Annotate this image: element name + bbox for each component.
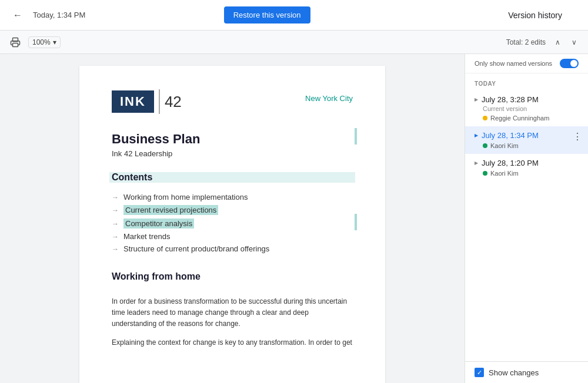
named-versions-toggle[interactable] [560, 59, 579, 68]
highlight-strip-2 [355, 214, 357, 230]
business-plan-title: Business Plan [112, 132, 353, 147]
version-section-today: TODAY [465, 78, 588, 90]
version-history-header-label: Version history [508, 11, 562, 20]
user-name-2: Kaori Kim [490, 142, 519, 149]
nav-arrows: ∧ ∨ [550, 35, 581, 49]
zoom-control[interactable]: 100% ▾ [28, 36, 61, 48]
version-item-header-3: ▶ July 28, 1:20 PM [475, 159, 579, 167]
version-item-1[interactable]: ▶ July 28, 3:28 PM Current version Reggi… [465, 90, 588, 126]
collapse-triangle-3: ▶ [475, 160, 478, 166]
total-edits: Total: 2 edits [506, 38, 546, 46]
version-item-header-2: ▶ July 28, 1:34 PM [475, 131, 579, 140]
restore-button[interactable]: Restore this version [224, 6, 310, 23]
version-sub-1: Current version [475, 105, 579, 112]
list-item: → Current revised projections [112, 203, 353, 217]
logo-divider [159, 89, 160, 114]
version-more-button-2[interactable]: ⋮ [573, 131, 582, 142]
contents-heading: Contents [112, 172, 353, 183]
version-user-row-3: Kaori Kim [475, 170, 579, 177]
user-name-1: Reggie Cunningham [490, 115, 549, 122]
list-item-text: Working from home implementations [123, 193, 248, 201]
logo-area: INK 42 [112, 89, 182, 114]
top-bar: ← Today, 1:34 PM Restore this version Ve… [0, 0, 588, 31]
show-changes-checkbox[interactable]: ✓ [475, 368, 484, 377]
contents-list: → Working from home implementations → Cu… [112, 191, 353, 255]
list-item: → Structure of current product/brand off… [112, 243, 353, 255]
main-area: INK 42 New York City Business Plan Ink 4… [0, 54, 588, 383]
list-item: → Competitor analysis [112, 217, 353, 230]
print-icon[interactable] [7, 34, 24, 51]
list-item-text: Market trends [123, 232, 170, 241]
top-bar-title: Today, 1:34 PM [33, 11, 217, 19]
named-versions-label: Only show named versions [475, 60, 552, 67]
logo-ink: INK [112, 90, 154, 113]
version-sidebar-footer: ✓ Show changes [465, 361, 588, 383]
version-sidebar: Only show named versions TODAY ▶ July 28… [465, 54, 588, 383]
version-user-row-2: Kaori Kim [475, 142, 579, 149]
document-page: INK 42 New York City Business Plan Ink 4… [79, 66, 385, 383]
business-plan-subtitle: Ink 42 Leadership [112, 149, 353, 158]
checkmark-icon: ✓ [477, 369, 482, 377]
collapse-triangle-2: ▶ [475, 133, 478, 138]
list-item: → Working from home implementations [112, 191, 353, 203]
user-dot-3 [483, 171, 487, 176]
arrow-icon: → [112, 193, 119, 201]
version-item-2[interactable]: ▶ July 28, 1:34 PM Kaori Kim ⋮ [465, 126, 588, 154]
version-time-2: July 28, 1:34 PM [482, 131, 539, 140]
paragraph-2: Explaining the context for change is key… [112, 337, 353, 348]
collapse-triangle-1: ▶ [475, 97, 478, 102]
arrow-icon: → [112, 220, 119, 228]
contents-section: Contents → Working from home implementat… [112, 172, 353, 255]
user-dot-1 [483, 116, 487, 120]
doc-header: INK 42 New York City [112, 89, 353, 114]
doc-location: New York City [305, 94, 353, 103]
logo-number: 42 [165, 93, 182, 111]
named-versions-row: Only show named versions [465, 54, 588, 73]
user-name-3: Kaori Kim [490, 170, 519, 177]
document-area: INK 42 New York City Business Plan Ink 4… [0, 54, 465, 383]
version-time-1: July 28, 3:28 PM [482, 95, 539, 104]
version-item-header-1: ▶ July 28, 3:28 PM [475, 95, 579, 104]
version-time-3: July 28, 1:20 PM [482, 159, 539, 167]
svg-rect-1 [13, 43, 18, 46]
paragraph-1: In order for a business transformation t… [112, 296, 353, 330]
version-item-3[interactable]: ▶ July 28, 1:20 PM Kaori Kim [465, 154, 588, 182]
version-list: TODAY ▶ July 28, 3:28 PM Current version… [465, 73, 588, 361]
back-button[interactable]: ← [9, 7, 26, 23]
show-changes-label: Show changes [489, 368, 539, 377]
arrow-icon: → [112, 206, 119, 214]
list-item: → Market trends [112, 230, 353, 243]
user-dot-2 [483, 143, 487, 148]
nav-down-arrow[interactable]: ∨ [567, 35, 581, 49]
highlight-strip-1 [355, 128, 357, 145]
arrow-icon: → [112, 233, 119, 241]
wfh-heading: Working from home [112, 271, 201, 282]
arrow-icon: → [112, 245, 119, 253]
list-item-text: Competitor analysis [123, 219, 194, 229]
working-from-home-section: Working from home In order for a busines… [112, 271, 353, 348]
nav-up-arrow[interactable]: ∧ [550, 35, 564, 49]
list-item-text: Current revised projections [123, 205, 218, 215]
list-item-text: Structure of current product/brand offer… [123, 244, 269, 253]
toolbar-row: 100% ▾ Total: 2 edits ∧ ∨ [0, 31, 588, 54]
wfh-heading-wrapper: Working from home [112, 271, 353, 289]
zoom-value: 100% [32, 38, 51, 46]
version-user-row-1: Reggie Cunningham [475, 115, 579, 122]
zoom-dropdown-arrow: ▾ [53, 38, 56, 46]
